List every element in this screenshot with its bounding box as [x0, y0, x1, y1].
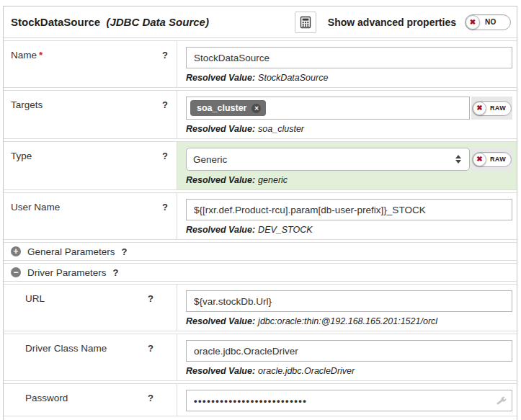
name-input-cell: Resolved Value:StockDataSource	[177, 41, 517, 87]
targets-resolved-value: Resolved Value:soa_cluster	[186, 124, 512, 134]
section-general-parameters[interactable]: + General Parameters ?	[4, 242, 517, 261]
driver-class-name-label: Driver Class Name	[25, 343, 148, 354]
field-row-targets: Targets ? soa_cluster ✕ ✖ RAW	[4, 90, 517, 139]
field-row-driver-class-name: Driver Class Name ? Resolved Value:oracl…	[4, 334, 517, 381]
raw-label: RAW	[486, 104, 511, 112]
url-input-cell: Resolved Value:jdbc:oracle:thin:@192.168…	[177, 285, 517, 331]
user-name-label-cell: User Name ?	[4, 193, 177, 239]
type-label: Type	[11, 151, 162, 161]
section-driver-parameters[interactable]: − Driver Parameters ?	[4, 263, 517, 282]
targets-help-icon[interactable]: ?	[162, 99, 168, 110]
url-label: URL	[25, 293, 148, 304]
name-resolved-value: Resolved Value:StockDataSource	[186, 73, 512, 83]
targets-raw-zone: ✖ RAW	[471, 97, 512, 120]
expand-plus-icon[interactable]: +	[11, 246, 21, 256]
target-chip: soa_cluster ✕	[190, 100, 266, 116]
advanced-properties-toggle[interactable]: ✖ NO	[465, 14, 511, 30]
type-selected-value: Generic	[193, 154, 455, 165]
url-resolved-value: Resolved Value:jdbc:oracle:thin:@192.168…	[186, 316, 512, 326]
type-select[interactable]: Generic	[186, 148, 470, 171]
chip-remove-icon[interactable]: ✕	[251, 104, 261, 113]
target-chip-label: soa_cluster	[197, 103, 246, 113]
form-header: StockDataSource (JDBC Data Source) Show …	[4, 6, 517, 38]
targets-tag-input[interactable]: soa_cluster ✕	[186, 97, 470, 120]
datasource-name-title: StockDataSource	[11, 16, 100, 28]
type-input-cell: Generic ✖ RAW Resolved Value:generic	[177, 142, 517, 189]
calculator-button[interactable]	[295, 12, 316, 33]
toggle-knob: ✖	[473, 102, 486, 115]
url-label-cell: URL ?	[4, 285, 177, 331]
wrench-icon[interactable]	[495, 396, 507, 407]
general-parameters-label: General Parameters	[27, 246, 115, 257]
toggle-x-icon: ✖	[470, 19, 476, 26]
raw-label: RAW	[486, 156, 511, 163]
type-raw-toggle[interactable]: ✖ RAW	[472, 152, 512, 167]
type-label-cell: Type ?	[4, 142, 177, 189]
field-row-type: Type ? Generic ✖ RAW Resolved Value:gene…	[4, 141, 517, 190]
driver-parameters-label: Driver Parameters	[27, 267, 107, 278]
datasource-type-subtitle: (JDBC Data Source)	[106, 16, 209, 28]
calculator-icon	[299, 16, 312, 29]
password-input[interactable]	[186, 390, 512, 411]
select-spinner-icon	[455, 155, 461, 164]
driver-class-name-resolved-value: Resolved Value:oracle.jdbc.OracleDriver	[186, 366, 512, 376]
datasource-form: StockDataSource (JDBC Data Source) Show …	[3, 6, 517, 420]
password-label: Password	[25, 393, 148, 403]
targets-label-cell: Targets ?	[4, 91, 177, 138]
name-label: Name*	[11, 50, 162, 61]
driver-class-name-label-cell: Driver Class Name ?	[4, 334, 177, 380]
toggle-x-icon: ✖	[476, 156, 482, 163]
page-title: StockDataSource (JDBC Data Source)	[11, 16, 295, 28]
toggle-x-icon: ✖	[476, 104, 482, 112]
toggle-knob: ✖	[466, 15, 480, 30]
driver-class-name-input-cell: Resolved Value:oracle.jdbc.OracleDriver	[177, 334, 517, 380]
url-input[interactable]	[186, 290, 512, 312]
name-help-icon[interactable]: ?	[162, 50, 168, 61]
type-raw-zone: ✖ RAW	[471, 148, 512, 171]
required-asterisk: *	[39, 50, 43, 61]
targets-label: Targets	[11, 99, 162, 110]
toggle-knob: ✖	[473, 153, 486, 166]
user-name-label: User Name	[11, 202, 162, 213]
user-name-help-icon[interactable]: ?	[162, 202, 168, 213]
password-field-wrap	[186, 390, 512, 411]
password-input-cell	[177, 384, 517, 416]
toggle-state-label: NO	[480, 18, 503, 26]
driver-class-name-help-icon[interactable]: ?	[148, 343, 153, 354]
field-row-name: Name* ? Resolved Value:StockDataSource	[4, 40, 517, 88]
name-label-cell: Name* ?	[4, 41, 177, 87]
type-resolved-value: Resolved Value:generic	[186, 175, 512, 185]
collapse-minus-icon[interactable]: −	[11, 267, 21, 277]
targets-raw-toggle[interactable]: ✖ RAW	[472, 101, 512, 116]
url-help-icon[interactable]: ?	[148, 293, 153, 304]
driver-class-name-input[interactable]	[186, 340, 512, 362]
name-input[interactable]	[186, 47, 512, 68]
password-help-icon[interactable]: ?	[148, 393, 153, 403]
show-advanced-properties-label: Show advanced properties	[328, 17, 456, 28]
user-name-input-cell: Resolved Value:DEV_STOCK	[177, 193, 517, 239]
type-help-icon[interactable]: ?	[162, 151, 168, 161]
password-label-cell: Password ?	[4, 384, 177, 416]
user-name-input[interactable]	[186, 199, 512, 220]
targets-input-cell: soa_cluster ✕ ✖ RAW Resolved Value:soa_c…	[177, 91, 517, 138]
field-row-user-name: User Name ? Resolved Value:DEV_STOCK	[4, 192, 517, 240]
general-parameters-help-icon[interactable]: ?	[122, 246, 128, 257]
driver-parameters-help-icon[interactable]: ?	[113, 267, 119, 278]
user-name-resolved-value: Resolved Value:DEV_STOCK	[186, 225, 512, 235]
field-row-url: URL ? Resolved Value:jdbc:oracle:thin:@1…	[4, 284, 517, 331]
field-row-password: Password ?	[4, 383, 517, 416]
